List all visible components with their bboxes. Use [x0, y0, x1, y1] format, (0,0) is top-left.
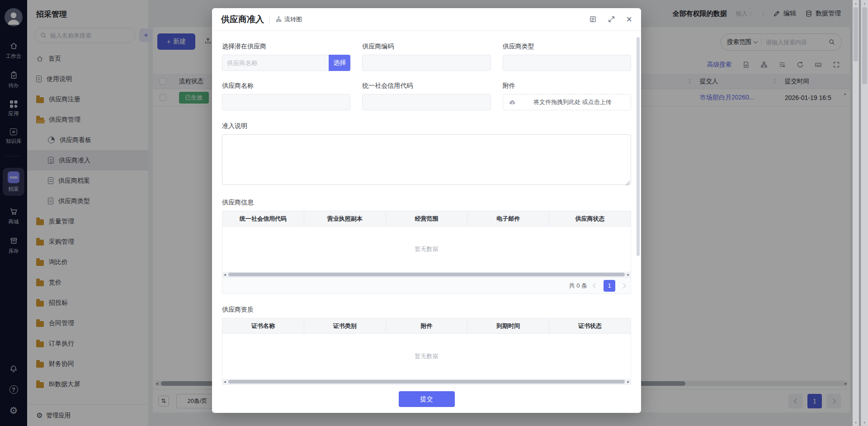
supplier-qual-header: 证书名称 证书类别 附件 到期时间 证书状态	[222, 318, 631, 334]
scroll-left-icon[interactable]: ◂	[224, 379, 226, 384]
supplier-name-field[interactable]	[222, 94, 350, 110]
credit-code-field[interactable]	[362, 94, 491, 110]
scrollbar-thumb[interactable]	[854, 7, 858, 62]
supplier-qual-table: 证书名称 证书类别 附件 到期时间 证书状态 暂无数据 ◂ ▸	[222, 318, 631, 385]
potential-supplier-label: 选择潜在供应商	[222, 43, 350, 51]
supplier-qual-title: 供应商资质	[222, 306, 631, 314]
empty-placeholder: 暂无数据	[222, 334, 631, 379]
attachment-label: 附件	[503, 82, 631, 90]
prev-page-button[interactable]	[593, 283, 598, 288]
upload-hint: 将文件拖拽到此处 或点击上传	[520, 98, 625, 106]
scroll-left-icon[interactable]: ◂	[224, 272, 226, 277]
supplier-code-label: 供应商编码	[362, 43, 491, 51]
scrollbar-thumb[interactable]	[228, 273, 625, 276]
modal-body: 选择潜在供应商 选择 供应商编码 供应商类型	[212, 31, 641, 413]
modal-header: 供应商准入 流转图 ×	[212, 8, 641, 31]
scroll-down-icon[interactable]: ▾	[861, 421, 868, 425]
empty-placeholder: 暂无数据	[222, 227, 631, 272]
scroll-right-icon[interactable]: ▸	[627, 379, 629, 384]
modal-scrollbar-thumb[interactable]	[637, 37, 640, 256]
column-business-scope: 经营范围	[386, 211, 468, 226]
flow-chart-link[interactable]: 流转图	[275, 15, 302, 24]
column-email: 电子邮件	[467, 211, 549, 226]
title-divider	[269, 16, 270, 23]
column-cert-status: 证书状态	[549, 318, 631, 333]
remark-textarea[interactable]	[222, 134, 631, 185]
supplier-name-input[interactable]	[227, 99, 345, 106]
supplier-info-header: 统一社会信用代码 营业执照副本 经营范围 电子邮件 供应商状态	[222, 211, 631, 227]
scroll-down-icon[interactable]: ▾	[853, 421, 859, 425]
flow-chart-label: 流转图	[284, 15, 302, 24]
supplier-name-label: 供应商名称	[222, 82, 350, 90]
page-number-active[interactable]: 1	[604, 280, 615, 292]
info-horizontal-scrollbar[interactable]: ◂ ▸	[222, 272, 631, 277]
form-view-icon[interactable]	[589, 15, 597, 23]
next-page-button[interactable]	[621, 283, 626, 288]
column-cert-name: 证书名称	[222, 318, 304, 333]
expand-icon[interactable]	[608, 15, 615, 23]
credit-code-input[interactable]	[367, 99, 486, 106]
supplier-type-label: 供应商类型	[503, 43, 631, 51]
supplier-code-field[interactable]	[362, 55, 491, 71]
supplier-info-table: 统一社会信用代码 营业执照副本 经营范围 电子邮件 供应商状态 暂无数据 ◂ ▸…	[222, 211, 631, 294]
column-cert-attachment: 附件	[386, 318, 468, 333]
column-license-copy: 营业执照副本	[304, 211, 386, 226]
modal-title: 供应商准入	[221, 14, 264, 25]
column-cert-category: 证书类别	[304, 318, 386, 333]
scroll-up-icon[interactable]: ▴	[861, 1, 868, 5]
file-upload-dropzone[interactable]: 将文件拖拽到此处 或点击上传	[503, 94, 631, 110]
select-supplier-button[interactable]: 选择	[329, 55, 350, 71]
cloud-upload-icon	[509, 99, 516, 106]
remark-label: 准入说明	[222, 122, 631, 130]
screen: 工作台 待办 应用 AI 知识库 SRM 招采 商城	[0, 0, 868, 426]
total-count: 共 0 条	[569, 282, 587, 290]
potential-supplier-field[interactable]	[222, 55, 329, 71]
flow-chart-icon	[275, 16, 282, 23]
supplier-type-field[interactable]	[503, 55, 631, 71]
credit-code-label: 统一社会信用代码	[362, 82, 491, 90]
supplier-info-pagination: 共 0 条 1	[222, 277, 631, 293]
column-supplier-status: 供应商状态	[549, 211, 631, 226]
outer-vertical-scrollbar[interactable]: ▴ ▾	[861, 0, 868, 426]
scrollbar-thumb[interactable]	[862, 7, 867, 84]
column-credit-code: 统一社会信用代码	[222, 211, 304, 226]
scrollbar-thumb[interactable]	[228, 380, 625, 383]
supplier-access-modal: 供应商准入 流转图 × 选择潜在供应商 选	[212, 8, 641, 413]
potential-supplier-input[interactable]	[227, 60, 324, 66]
scroll-up-icon[interactable]: ▴	[853, 1, 859, 5]
submit-button[interactable]: 提交	[399, 391, 455, 407]
qual-horizontal-scrollbar[interactable]: ◂ ▸	[222, 379, 631, 384]
supplier-info-title: 供应商信息	[222, 199, 631, 207]
close-icon[interactable]: ×	[626, 14, 632, 24]
scroll-right-icon[interactable]: ▸	[627, 272, 629, 277]
inner-vertical-scrollbar[interactable]: ▴ ▾	[853, 0, 859, 426]
column-expire-time: 到期时间	[467, 318, 549, 333]
supplier-type-input[interactable]	[508, 60, 626, 66]
supplier-code-input[interactable]	[367, 60, 486, 66]
